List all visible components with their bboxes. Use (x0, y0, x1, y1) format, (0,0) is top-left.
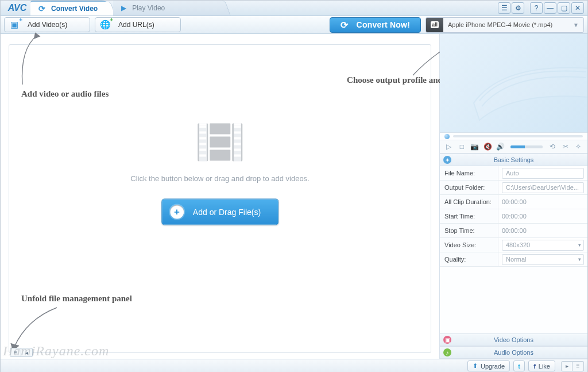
section-title: Video Options (494, 336, 533, 343)
upgrade-icon: ⬆ (473, 362, 478, 370)
main-toolbar: ▣ Add Video(s) 🌐 Add URL(s) ⟳ Convert No… (1, 16, 587, 34)
progress-track[interactable] (453, 135, 583, 137)
status-bar: ⬆ Upgrade t f Like ▸ ≡ (1, 359, 587, 372)
select-quality[interactable]: Normal▾ (498, 252, 587, 267)
video-options-header[interactable]: ▣ Video Options (440, 333, 587, 346)
tab-label: Play Video (132, 4, 165, 12)
play-icon: ▶ (121, 4, 126, 12)
select-video-size[interactable]: 480x320▾ (498, 238, 587, 252)
trim-icon[interactable]: ✂ (560, 141, 571, 152)
panel-expand-icon[interactable]: ▸ (561, 361, 572, 371)
app-logo: AVC (1, 1, 30, 16)
preview-controls: ▷ □ 📷 🔇 🔊 ⟲ ✂ ✧ (440, 140, 587, 154)
chevron-down-icon: ▾ (578, 242, 581, 248)
button-label: Like (539, 363, 550, 370)
panel-collapse-icon[interactable]: ◂ (21, 348, 33, 357)
output-profile-selector[interactable]: all Apple iPhone MPEG-4 Movie (*.mp4) ▼ (425, 17, 584, 33)
add-urls-button[interactable]: 🌐 Add URL(s) (95, 17, 181, 32)
button-label: Add Video(s) (28, 21, 67, 29)
basic-settings-grid: File Name: Auto Output Folder: C:\Users\… (440, 166, 587, 267)
value-all-clip-duration: 00:00:00 (498, 195, 587, 209)
profile-badge-icon: all (426, 18, 443, 32)
audio-options-icon: ♪ (443, 348, 451, 356)
label-output-folder: Output Folder: (440, 181, 498, 195)
sync-icon: ⟳ (341, 20, 348, 30)
main-body: Click the button below or drag and drop … (1, 34, 587, 359)
settings-section-icon: ✦ (443, 156, 451, 164)
video-preview (440, 34, 587, 133)
label-file-name: File Name: (440, 166, 498, 181)
section-title: Audio Options (494, 349, 533, 356)
effects-icon[interactable]: ✧ (573, 141, 585, 152)
chevron-down-icon: ▼ (568, 22, 583, 28)
tab-convert-video[interactable]: ⟳ Convert Video (30, 1, 113, 16)
video-options-icon: ▣ (443, 336, 451, 344)
right-panel: Choose output profile and convert ▷ □ (439, 34, 587, 359)
film-add-icon: ▣ (8, 18, 21, 31)
refresh-icon: ⟳ (38, 4, 45, 13)
title-bar: AVC ⟳ Convert Video ▶ Play Video ☰ ⚙ ? —… (1, 1, 587, 16)
label-video-size: Video Size: (440, 238, 498, 252)
chevron-down-icon: ▾ (578, 256, 581, 262)
help-icon[interactable]: ? (530, 2, 543, 14)
field-output-folder[interactable]: C:\Users\DearUser\Vide... (498, 181, 587, 195)
progress-handle-icon[interactable] (444, 134, 450, 139)
field-file-name[interactable]: Auto (498, 166, 587, 181)
twitter-button[interactable]: t (513, 361, 525, 371)
label-stop-time: Stop Time: (440, 224, 498, 238)
right-panel-toggle[interactable]: ▸ ≡ (561, 361, 584, 371)
window-controls: ☰ ⚙ ? — ▢ ✕ (498, 1, 587, 16)
stop-icon[interactable]: □ (457, 141, 468, 152)
volume-slider[interactable] (510, 145, 543, 148)
panel-list-icon[interactable]: ≡ (10, 348, 21, 357)
label-start-time: Start Time: (440, 209, 498, 224)
button-label: Upgrade (481, 363, 505, 370)
tab-play-video[interactable]: ▶ Play Video (113, 1, 228, 16)
play-icon[interactable]: ▷ (443, 141, 455, 152)
basic-settings-header[interactable]: ✦ Basic Settings (440, 154, 587, 166)
maximize-icon[interactable]: ▢ (558, 2, 570, 14)
add-or-drag-files-button[interactable]: + Add or Drag File(s) (161, 198, 278, 225)
left-panel: Click the button below or drag and drop … (1, 34, 439, 359)
mute-icon[interactable]: 🔇 (482, 141, 494, 152)
profile-label: Apple iPhone MPEG-4 Movie (*.mp4) (448, 21, 552, 28)
globe-add-icon: 🌐 (99, 18, 111, 31)
panel-list-icon[interactable]: ≡ (572, 361, 584, 371)
facebook-icon: f (533, 363, 536, 370)
section-title: Basic Settings (494, 156, 534, 163)
tab-label: Convert Video (51, 5, 98, 13)
drop-placeholder: Click the button below or drag and drop … (130, 123, 309, 225)
button-label: Convert Now! (357, 20, 410, 29)
facebook-like-button[interactable]: f Like (528, 361, 555, 371)
snapshot-icon[interactable]: 📷 (469, 141, 481, 152)
plus-circle-icon: + (170, 205, 184, 218)
file-drop-area[interactable]: Click the button below or drag and drop … (9, 44, 431, 353)
film-strip-icon (198, 123, 242, 161)
close-icon[interactable]: ✕ (571, 2, 584, 14)
upgrade-button[interactable]: ⬆ Upgrade (467, 361, 510, 371)
drop-hint: Click the button below or drag and drop … (130, 174, 309, 182)
options-icon[interactable]: ☰ (498, 2, 510, 14)
file-panel-toggle[interactable]: ≡ ◂ (10, 348, 33, 357)
preview-progress[interactable] (440, 133, 587, 140)
audio-options-header[interactable]: ♪ Audio Options (440, 346, 587, 359)
film-reel-icon (468, 51, 587, 126)
button-label: Add or Drag File(s) (193, 207, 261, 216)
convert-now-button[interactable]: ⟳ Convert Now! (330, 17, 421, 33)
minimize-icon[interactable]: — (544, 2, 556, 14)
value-stop-time: 00:00:00 (498, 224, 587, 238)
volume-icon[interactable]: 🔊 (495, 141, 506, 152)
value-start-time: 00:00:00 (498, 209, 587, 224)
add-videos-button[interactable]: ▣ Add Video(s) (4, 17, 90, 32)
gear-icon[interactable]: ⚙ (512, 2, 524, 14)
rotate-icon[interactable]: ⟲ (547, 141, 558, 152)
label-quality: Quality: (440, 252, 498, 267)
label-all-clip-duration: All Clip Duration: (440, 195, 498, 209)
app-window: AVC ⟳ Convert Video ▶ Play Video ☰ ⚙ ? —… (0, 0, 588, 372)
button-label: Add URL(s) (118, 21, 154, 29)
